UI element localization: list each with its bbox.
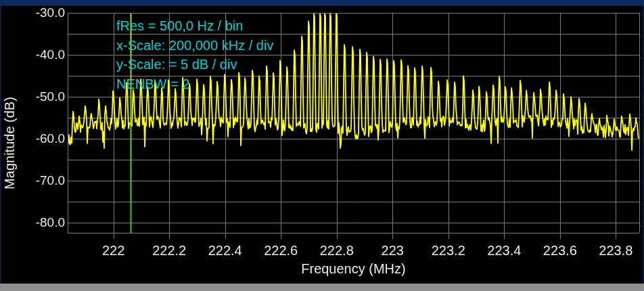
annotation-y-scale: y-Scale: = 5 dB / div bbox=[116, 55, 273, 74]
x-tick-label: 222.4 bbox=[197, 243, 254, 259]
x-tick-label: 223 bbox=[364, 243, 421, 259]
x-axis-title: Frequency (MHz) bbox=[68, 261, 639, 277]
x-tick-label: 222 bbox=[85, 243, 142, 259]
title-bar-shadow bbox=[0, 5, 644, 6]
y-tick-label: -40.0 bbox=[14, 47, 65, 62]
window-title-bar[interactable] bbox=[0, 0, 644, 5]
spectrum-analyzer-window: Magnitude (dB) Frequency (MHz) -30.0-40.… bbox=[0, 0, 644, 291]
x-tick-label: 222.6 bbox=[252, 243, 309, 259]
x-tick-label: 223.6 bbox=[532, 243, 589, 259]
x-tick-label: 222.8 bbox=[308, 243, 365, 259]
annotation-x-scale: x-Scale: 200,000 kHz / div bbox=[116, 36, 273, 55]
x-tick-label: 223.2 bbox=[420, 243, 477, 259]
measurement-annotations: fRes = 500,0 Hz / bin x-Scale: 200,000 k… bbox=[116, 16, 273, 93]
annotation-fres: fRes = 500,0 Hz / bin bbox=[116, 16, 273, 36]
x-tick-label: 222.2 bbox=[141, 243, 198, 259]
y-tick-label: -80.0 bbox=[14, 215, 65, 230]
y-tick-label: -70.0 bbox=[14, 173, 65, 188]
annotation-nenbw: NENBW = 2 bbox=[116, 74, 273, 94]
y-tick-label: -60.0 bbox=[14, 131, 65, 146]
y-tick-label: -50.0 bbox=[14, 89, 65, 104]
y-tick-label: -30.0 bbox=[14, 5, 65, 20]
x-tick-label: 223.4 bbox=[476, 243, 532, 259]
x-tick-label: 223.8 bbox=[587, 243, 644, 259]
window-bottom-bar[interactable] bbox=[0, 284, 644, 291]
